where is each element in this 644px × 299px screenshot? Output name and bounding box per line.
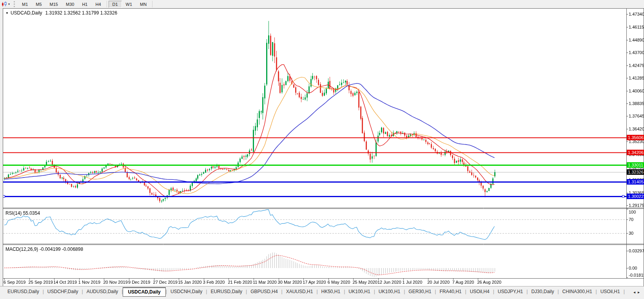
- trading-terminal: ▾ M1M5M15M30H1H4D1W1MN ▼USDCAD,Daily1.31…: [0, 0, 644, 299]
- scroll-tabs-left-icon[interactable]: ◂: [633, 290, 638, 294]
- candlestick-chart-icon[interactable]: [1, 1, 7, 7]
- toolbar-separator: [107, 1, 107, 7]
- tab-gbpusd-h4[interactable]: GBPUSD,H4: [247, 287, 281, 295]
- chart-canvas[interactable]: [3, 9, 644, 286]
- tab-uk100-h1[interactable]: UK100,H1: [345, 287, 374, 295]
- timeframe-button-m15[interactable]: M15: [46, 1, 62, 8]
- tab-dj30-daily[interactable]: DJ30,Daily: [528, 287, 557, 295]
- timeframe-button-m5[interactable]: M5: [32, 1, 45, 8]
- timeframe-button-d1[interactable]: D1: [109, 1, 122, 8]
- timeframe-button-m1[interactable]: M1: [18, 1, 32, 8]
- tab-hk50-h1[interactable]: HK50,H1: [318, 287, 344, 295]
- tab-xauusd-h1[interactable]: XAUUSD,H1: [283, 287, 317, 295]
- timeframe-button-h1[interactable]: H1: [78, 1, 91, 8]
- toolbar: ▾ M1M5M15M30H1H4D1W1MN: [0, 0, 644, 9]
- tab-usdchf-daily[interactable]: USDCHF,Daily: [44, 287, 82, 295]
- chart-window: ▼USDCAD,Daily1.31932 1.32562 1.31799 1.3…: [3, 8, 644, 286]
- timeframe-button-mn[interactable]: MN: [136, 1, 151, 8]
- tab-fra40-h1[interactable]: FRA40,H1: [436, 287, 465, 295]
- tab-usdcad-daily[interactable]: USDCAD,Daily: [123, 287, 165, 297]
- chart-tabbar: EURUSD,Daily|USDCHF,Daily|AUDUSD,Daily|U…: [0, 286, 644, 299]
- tab-audusd-daily[interactable]: AUDUSD,Daily: [83, 287, 122, 295]
- toolbar-separator: [152, 1, 152, 7]
- tab-ger30-h1[interactable]: GER30,H1: [405, 287, 435, 295]
- tab-china300-h1[interactable]: CHINA300,H1: [559, 287, 596, 295]
- timeframe-button-w1[interactable]: W1: [122, 1, 136, 8]
- chart-tabs: EURUSD,Daily|USDCHF,Daily|AUDUSD,Daily|U…: [4, 287, 625, 297]
- tab-eurusd-daily[interactable]: EURUSD,Daily: [207, 287, 246, 295]
- tab-usdjpy-h1[interactable]: USDJPY,H1: [494, 287, 526, 295]
- toolbar-drag-grip[interactable]: [14, 1, 15, 7]
- chart-type-dropdown-caret[interactable]: ▾: [8, 2, 10, 6]
- tab-separator: |: [624, 287, 625, 294]
- tab-usoil-h1[interactable]: USOil,H1: [597, 287, 624, 295]
- scroll-tabs-right-icon[interactable]: ▸: [638, 290, 642, 294]
- timeframe-button-group: M1M5M15M30H1H4D1W1MN: [18, 0, 154, 8]
- tab-scroll-buttons: ◂▸: [633, 290, 642, 294]
- tab-usdcnh-daily[interactable]: USDCNH,Daily: [167, 287, 206, 295]
- tab-usoil-h4[interactable]: USOil,H4: [466, 287, 493, 295]
- tab-eurusd-daily[interactable]: EURUSD,Daily: [4, 287, 43, 295]
- timeframe-button-m30[interactable]: M30: [62, 1, 78, 8]
- tab-uk100-h1[interactable]: UK100,H1: [375, 287, 404, 295]
- timeframe-button-h4[interactable]: H4: [91, 1, 105, 8]
